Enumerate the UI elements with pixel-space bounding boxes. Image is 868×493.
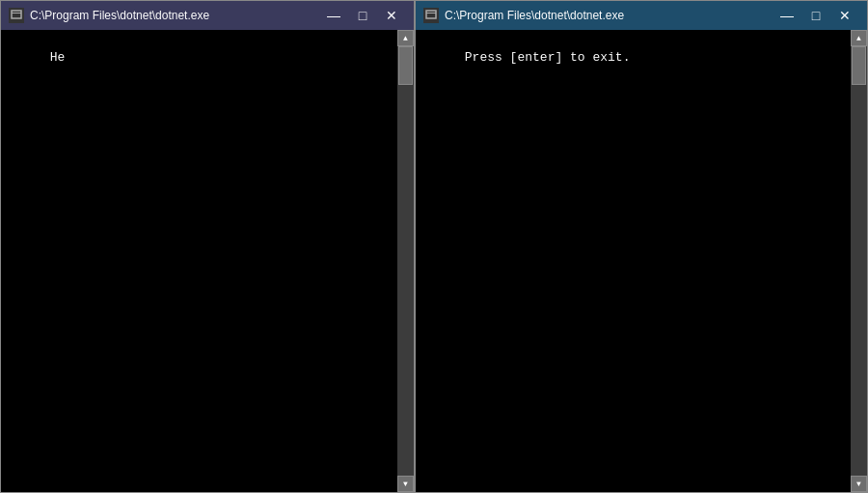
scrollbar-up-right[interactable]: ▲	[851, 30, 867, 46]
scrollbar-down-left[interactable]: ▼	[397, 476, 414, 492]
window-icon-right	[423, 8, 439, 23]
close-button-right[interactable]: ✕	[830, 2, 859, 29]
console-output-left[interactable]: He	[1, 30, 397, 492]
window-controls-right: — □ ✕	[773, 2, 859, 29]
maximize-button-right[interactable]: □	[801, 2, 830, 29]
scrollbar-down-right[interactable]: ▼	[851, 476, 867, 492]
close-button-left[interactable]: ✕	[377, 2, 406, 29]
scrollbar-track-left[interactable]	[397, 46, 414, 476]
window-right: C:\Program Files\dotnet\dotnet.exe — □ ✕…	[415, 0, 868, 493]
scrollbar-track-right[interactable]	[851, 46, 867, 476]
console-area-left: He ▲ ▼	[1, 30, 414, 492]
svg-rect-0	[12, 11, 21, 18]
maximize-button-left[interactable]: □	[348, 2, 377, 29]
title-bar-right: C:\Program Files\dotnet\dotnet.exe — □ ✕	[416, 1, 867, 30]
minimize-button-right[interactable]: —	[773, 2, 801, 29]
svg-rect-2	[426, 11, 436, 18]
minimize-button-left[interactable]: —	[319, 2, 348, 29]
console-area-right: Press [enter] to exit. ▲ ▼	[416, 30, 867, 492]
scrollbar-thumb-right[interactable]	[852, 46, 866, 85]
scrollbar-thumb-left[interactable]	[398, 46, 413, 85]
scrollbar-right[interactable]: ▲ ▼	[851, 30, 867, 492]
window-title-left: C:\Program Files\dotnet\dotnet.exe	[30, 9, 319, 22]
window-left: C:\Program Files\dotnet\dotnet.exe — □ ✕…	[0, 0, 415, 493]
console-output-right[interactable]: Press [enter] to exit.	[416, 30, 851, 492]
title-bar-left: C:\Program Files\dotnet\dotnet.exe — □ ✕	[1, 1, 414, 30]
window-title-right: C:\Program Files\dotnet\dotnet.exe	[445, 9, 773, 22]
console-text-left: He	[50, 50, 66, 65]
window-icon-left	[9, 8, 24, 23]
window-controls-left: — □ ✕	[319, 2, 406, 29]
scrollbar-up-left[interactable]: ▲	[397, 30, 414, 46]
scrollbar-left[interactable]: ▲ ▼	[397, 30, 414, 492]
console-text-right: Press [enter] to exit.	[465, 50, 631, 65]
